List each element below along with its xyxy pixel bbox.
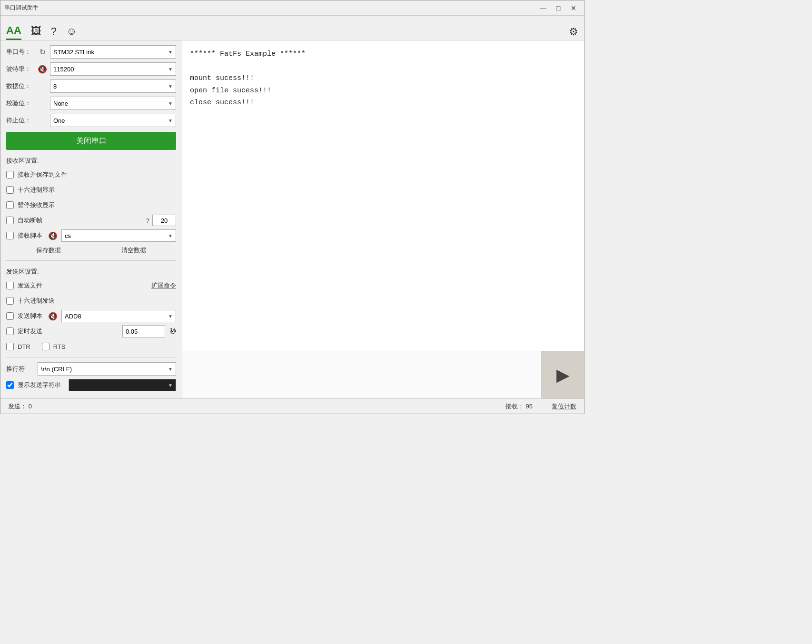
send-status-value: 0 xyxy=(29,403,32,410)
send-script-checkbox[interactable] xyxy=(6,312,14,320)
parity-select[interactable]: None ▼ xyxy=(50,97,176,110)
send-arrow-icon: ▶ xyxy=(556,365,570,385)
close-button[interactable]: ✕ xyxy=(567,3,580,13)
show-send-checkbox[interactable] xyxy=(6,381,14,389)
send-script-row: 发送脚本 🔇 ADD8 ▼ xyxy=(6,309,176,323)
divider-1 xyxy=(6,260,176,261)
save-data-button[interactable]: 保存数据 xyxy=(36,246,61,255)
receive-script-select[interactable]: cs ▼ xyxy=(61,229,176,242)
font-icon[interactable]: AA xyxy=(6,24,21,40)
send-script-mute-icon[interactable]: 🔇 xyxy=(48,312,58,321)
auto-frame-checkbox[interactable] xyxy=(6,217,14,224)
timed-send-checkbox[interactable] xyxy=(6,327,14,335)
stop-bits-value: One xyxy=(53,117,168,124)
maximize-button[interactable]: □ xyxy=(552,3,565,13)
hex-display-label: 十六进制显示 xyxy=(18,186,55,194)
pause-display-checkbox[interactable] xyxy=(6,201,14,209)
data-bits-select[interactable]: 8 ▼ xyxy=(50,79,176,93)
baud-row: 波特率： 🔇 115200 ▼ xyxy=(6,61,176,77)
parity-row: 校验位： None ▼ xyxy=(6,96,176,111)
hex-send-row: 十六进制发送 xyxy=(6,294,176,307)
show-send-arrow-icon: ▼ xyxy=(168,383,173,388)
mute-icon[interactable]: 🔇 xyxy=(38,65,47,74)
baud-select[interactable]: 115200 ▼ xyxy=(50,62,176,76)
timed-send-unit: 秒 xyxy=(170,327,176,336)
receive-script-label: 接收脚本 xyxy=(18,231,42,240)
timed-send-extra: 0.05 秒 xyxy=(122,325,176,337)
send-file-checkbox[interactable] xyxy=(6,282,14,289)
auto-frame-extra: ? xyxy=(146,215,176,226)
stop-bits-select[interactable]: One ▼ xyxy=(50,114,176,127)
port-label: 串口号： xyxy=(6,48,35,56)
pause-display-label: 暂停接收显示 xyxy=(18,201,55,209)
hex-display-checkbox[interactable] xyxy=(6,186,14,194)
main-content: 串口号： ↻ STM32 STLink ▼ 波特率： 🔇 115200 ▼ 数据… xyxy=(0,40,584,398)
timed-send-input-container[interactable]: 0.05 xyxy=(122,325,165,337)
title-bar-controls: — □ ✕ xyxy=(536,3,580,13)
receive-script-value: cs xyxy=(65,232,168,239)
send-script-arrow-icon: ▼ xyxy=(168,314,173,319)
show-send-label: 显示发送字符串 xyxy=(18,381,61,389)
image-icon[interactable]: 🖼 xyxy=(31,25,41,40)
send-status-label: 发送： xyxy=(8,403,27,410)
rts-label: RTS xyxy=(53,343,66,350)
data-buttons-row: 保存数据 清空数据 xyxy=(6,246,176,255)
send-script-label: 发送脚本 xyxy=(18,312,42,320)
line-end-label: 换行符 xyxy=(6,365,35,373)
reset-count-button[interactable]: 复位计数 xyxy=(552,402,576,411)
timed-send-label: 定时发送 xyxy=(18,327,42,336)
timed-send-row: 定时发送 0.05 秒 xyxy=(6,325,176,338)
data-bits-row: 数据位： 8 ▼ xyxy=(6,79,176,94)
show-send-select[interactable]: ▼ xyxy=(69,379,176,391)
save-to-file-checkbox[interactable] xyxy=(6,171,14,178)
app-title: 串口调试助手 xyxy=(4,4,39,12)
hex-send-label: 十六进制发送 xyxy=(18,297,55,305)
show-send-row: 显示发送字符串 ▼ xyxy=(6,378,176,392)
port-value: STM32 STLink xyxy=(53,49,168,56)
main-window: 串口调试助手 — □ ✕ AA 🖼 ? ☺ ⚙ 串口号： ↻ STM32 STL… xyxy=(0,0,584,414)
baud-value: 115200 xyxy=(53,66,168,73)
parity-arrow-icon: ▼ xyxy=(168,101,173,106)
dtr-rts-row: DTR RTS xyxy=(6,340,176,353)
port-row: 串口号： ↻ STM32 STLink ▼ xyxy=(6,44,176,59)
help-icon[interactable]: ? xyxy=(51,25,57,40)
receive-script-checkbox[interactable] xyxy=(6,232,14,239)
line-end-row: 换行符 \r\n (CRLF) ▼ xyxy=(6,361,176,376)
toolbar: AA 🖼 ? ☺ ⚙ xyxy=(0,16,584,40)
send-script-select[interactable]: ADD8 ▼ xyxy=(61,310,176,322)
timed-send-value: 0.05 xyxy=(126,328,138,335)
receive-area: ****** FatFs Example ****** mount sucess… xyxy=(182,40,584,351)
toolbar-left: AA 🖼 ? ☺ xyxy=(6,24,77,40)
line-end-select[interactable]: \r\n (CRLF) ▼ xyxy=(38,362,176,376)
rts-checkbox[interactable] xyxy=(42,343,50,350)
expand-cmd-button[interactable]: 扩展命令 xyxy=(151,281,176,290)
emoji-icon[interactable]: ☺ xyxy=(66,25,77,40)
dtr-checkbox[interactable] xyxy=(6,343,14,350)
hex-display-row: 十六进制显示 xyxy=(6,183,176,197)
status-bar: 发送： 0 接收： 95 复位计数 xyxy=(0,398,584,414)
receive-status-value: 95 xyxy=(526,403,533,410)
auto-frame-input[interactable] xyxy=(152,215,176,226)
receive-script-mute-icon[interactable]: 🔇 xyxy=(48,231,58,240)
port-select[interactable]: STM32 STLink ▼ xyxy=(50,45,176,59)
stop-bits-arrow-icon: ▼ xyxy=(168,118,173,123)
save-to-file-label: 接收并保存到文件 xyxy=(18,170,67,179)
send-textarea[interactable] xyxy=(182,351,541,398)
send-button[interactable]: ▶ xyxy=(541,351,584,398)
clear-data-button[interactable]: 清空数据 xyxy=(121,246,146,255)
divider-2 xyxy=(6,357,176,357)
port-arrow-icon: ▼ xyxy=(168,50,173,55)
refresh-icon[interactable]: ↻ xyxy=(38,48,47,57)
receive-script-row: 接收脚本 🔇 cs ▼ xyxy=(6,229,176,242)
close-serial-button[interactable]: 关闭串口 xyxy=(6,132,176,150)
data-bits-label: 数据位： xyxy=(6,82,35,90)
auto-frame-help[interactable]: ? xyxy=(146,217,149,224)
data-bits-arrow-icon: ▼ xyxy=(168,84,173,89)
send-script-value: ADD8 xyxy=(65,313,168,320)
minimize-button[interactable]: — xyxy=(536,3,550,13)
hex-send-checkbox[interactable] xyxy=(6,297,14,305)
send-status: 发送： 0 xyxy=(8,402,32,411)
right-panel: ****** FatFs Example ****** mount sucess… xyxy=(182,40,584,398)
baud-label: 波特率： xyxy=(6,65,35,73)
settings-icon[interactable]: ⚙ xyxy=(569,26,578,40)
